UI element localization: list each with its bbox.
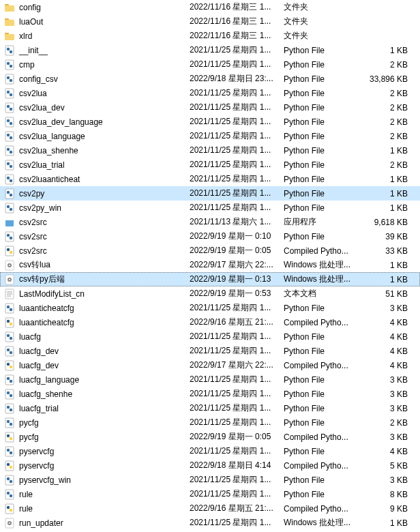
file-name-cell[interactable]: luaanticheatcfg: [4, 303, 190, 314]
svg-rect-90: [5, 447, 14, 456]
file-name-cell[interactable]: pycfg: [4, 417, 190, 428]
file-type-cell: Compiled Pytho...: [284, 246, 365, 256]
svg-point-76: [7, 376, 10, 379]
file-row[interactable]: csv2lua_dev_language2021/11/25 星期四 1...P…: [0, 115, 420, 129]
file-row[interactable]: luaOut2022/11/16 星期三 1...文件夹: [0, 14, 420, 29]
file-type-cell: 应用程序: [284, 216, 365, 228]
file-name-cell[interactable]: luaOut: [4, 16, 190, 27]
file-name-cell[interactable]: csv2lua_language: [4, 131, 190, 142]
file-row[interactable]: csv2src2022/9/19 星期一 0:05Compiled Pytho.…: [0, 243, 420, 258]
file-name-cell[interactable]: __init__: [4, 45, 190, 56]
file-name-cell[interactable]: luacfg_shenhe: [4, 389, 190, 400]
file-name-cell[interactable]: run_updater: [4, 518, 190, 529]
file-name-cell[interactable]: pycfg: [4, 432, 190, 443]
file-name-cell[interactable]: luacfg_dev: [4, 360, 190, 371]
file-row[interactable]: cmp2021/11/25 星期四 1...Python File2 KB: [0, 57, 420, 72]
file-row[interactable]: csv2lua_language2021/11/25 星期四 1...Pytho…: [0, 129, 420, 143]
file-row[interactable]: csv2luaanticheat2021/11/25 星期四 1...Pytho…: [0, 172, 420, 186]
svg-point-29: [10, 150, 12, 153]
file-name-cell[interactable]: xlrd: [4, 31, 190, 42]
file-name-cell[interactable]: csv转lua: [4, 259, 190, 271]
file-name-cell[interactable]: pyservcfg: [4, 446, 190, 457]
file-name-cell[interactable]: config_csv: [4, 74, 190, 85]
file-row[interactable]: luacfg_dev2021/11/25 星期四 1...Python File…: [0, 344, 420, 358]
svg-point-94: [7, 462, 10, 465]
file-name-cell[interactable]: rule: [4, 489, 190, 500]
file-row[interactable]: csv2lua_trial2021/11/25 星期四 1...Python F…: [0, 158, 420, 172]
file-row[interactable]: luacfg_trial2021/11/25 星期四 1...Python Fi…: [0, 401, 420, 415]
file-name-cell[interactable]: luacfg_trial: [4, 403, 190, 414]
file-row[interactable]: config_csv2022/9/18 星期日 23:...Python Fil…: [0, 72, 420, 86]
file-row[interactable]: csv2src2022/9/19 星期一 0:10Python File39 K…: [0, 229, 420, 243]
file-row[interactable]: run_updater2021/11/25 星期四 1...Windows 批处…: [0, 516, 420, 530]
file-row[interactable]: pyservcfg_win2021/11/25 星期四 1...Python F…: [0, 473, 420, 487]
file-row[interactable]: csv2py_win2021/11/25 星期四 1...Python File…: [0, 201, 420, 215]
file-row[interactable]: csv转py后端2022/9/19 星期一 0:13Windows 批处理...…: [0, 272, 420, 286]
svg-point-22: [7, 119, 10, 121]
file-row[interactable]: pyservcfg2021/11/25 星期四 1...Python File4…: [0, 444, 420, 458]
file-row[interactable]: __init__2021/11/25 星期四 1...Python File1 …: [0, 43, 420, 57]
file-name-cell[interactable]: csv2py: [4, 188, 190, 199]
svg-point-79: [7, 391, 10, 394]
file-name-cell[interactable]: csv2src: [4, 231, 190, 242]
file-type-cell: Python File: [284, 89, 365, 98]
file-row[interactable]: luacfg_language2021/11/25 星期四 1...Python…: [0, 372, 420, 387]
file-row[interactable]: luaanticheatcfg2021/11/25 星期四 1...Python…: [0, 301, 420, 315]
file-name-cell[interactable]: csv2lua_trial: [4, 160, 190, 171]
file-name-cell[interactable]: csv2py_win: [4, 203, 190, 213]
file-name-cell[interactable]: csv2lua_shenhe: [4, 145, 190, 156]
file-name-cell[interactable]: csv转py后端: [4, 274, 190, 285]
file-date-cell: 2022/11/16 星期三 1...: [190, 16, 284, 27]
file-row[interactable]: rule2022/9/16 星期五 21:...Compiled Pytho..…: [0, 501, 420, 516]
svg-point-62: [10, 308, 12, 310]
file-name-cell[interactable]: csv2lua_dev: [4, 102, 190, 113]
file-row[interactable]: csv2lua2021/11/25 星期四 1...Python File2 K…: [0, 86, 420, 100]
file-row[interactable]: luacfg_dev2022/9/17 星期六 22:...Compiled P…: [0, 358, 420, 372]
file-name-cell[interactable]: luacfg_dev: [4, 346, 190, 357]
svg-point-46: [10, 236, 12, 239]
file-name-cell[interactable]: config: [4, 2, 190, 13]
file-name-cell[interactable]: csv2src: [4, 246, 190, 256]
file-date-cell: 2021/11/25 星期四 1...: [190, 417, 284, 428]
file-name-label: LastModifyList_cn: [19, 289, 85, 299]
file-name-cell[interactable]: csv2lua: [4, 88, 190, 99]
file-list[interactable]: config2022/11/16 星期三 1...文件夹luaOut2022/1…: [0, 0, 420, 530]
file-name-label: luacfg: [19, 332, 41, 342]
file-row[interactable]: pycfg2022/9/19 星期一 0:05Compiled Pytho...…: [0, 430, 420, 444]
file-name-label: pyservcfg: [19, 461, 54, 471]
file-date-cell: 2021/11/25 星期四 1...: [190, 173, 284, 185]
file-row[interactable]: LastModifyList_cn2022/9/19 星期一 0:53文本文档5…: [0, 286, 420, 301]
file-name-cell[interactable]: rule: [4, 503, 190, 514]
file-row[interactable]: csv转lua2022/9/17 星期六 22:...Windows 批处理..…: [0, 258, 420, 272]
file-row[interactable]: config2022/11/16 星期三 1...文件夹: [0, 0, 420, 14]
file-name-cell[interactable]: csv2src: [4, 217, 190, 228]
file-name-cell[interactable]: LastModifyList_cn: [4, 289, 190, 299]
svg-rect-66: [5, 332, 14, 342]
file-row[interactable]: xlrd2022/11/16 星期三 1...文件夹: [0, 29, 420, 43]
file-name-cell[interactable]: csv2luaanticheat: [4, 174, 190, 185]
file-row[interactable]: csv2lua_shenhe2021/11/25 星期四 1...Python …: [0, 143, 420, 158]
file-row[interactable]: csv2py2021/11/25 星期四 1...Python File1 KB: [0, 186, 420, 201]
svg-rect-9: [5, 60, 14, 70]
file-type-cell: Python File: [284, 418, 365, 428]
file-name-cell[interactable]: luacfg_language: [4, 374, 190, 385]
svg-rect-81: [5, 404, 14, 413]
file-name-cell[interactable]: cmp: [4, 59, 190, 70]
file-name-cell[interactable]: pyservcfg_win: [4, 475, 190, 486]
file-name-cell[interactable]: csv2lua_dev_language: [4, 117, 190, 128]
file-row[interactable]: pycfg2021/11/25 星期四 1...Python File2 KB: [0, 415, 420, 430]
file-date-cell: 2021/11/25 星期四 1...: [190, 145, 284, 156]
file-row[interactable]: luaanticheatcfg2022/9/16 星期五 21:...Compi…: [0, 315, 420, 329]
file-row[interactable]: rule2021/11/25 星期四 1...Python File8 KB: [0, 487, 420, 501]
file-row[interactable]: csv2lua_dev2021/11/25 星期四 1...Python Fil…: [0, 100, 420, 115]
file-name-cell[interactable]: luaanticheatcfg: [4, 317, 190, 328]
file-row[interactable]: luacfg_shenhe2021/11/25 星期四 1...Python F…: [0, 387, 420, 401]
file-row[interactable]: csv2src2021/11/13 星期六 1...应用程序9,618 KB: [0, 215, 420, 229]
file-name-cell[interactable]: luacfg: [4, 331, 190, 342]
file-row[interactable]: pyservcfg2022/9/18 星期日 4:14Compiled Pyth…: [0, 458, 420, 473]
file-name-cell[interactable]: pyservcfg: [4, 460, 190, 471]
file-type-cell: 文件夹: [284, 1, 365, 13]
file-name-label: luaOut: [19, 17, 43, 27]
file-row[interactable]: luacfg2021/11/25 星期四 1...Python File4 KB: [0, 329, 420, 344]
python-file-icon: [4, 45, 15, 56]
